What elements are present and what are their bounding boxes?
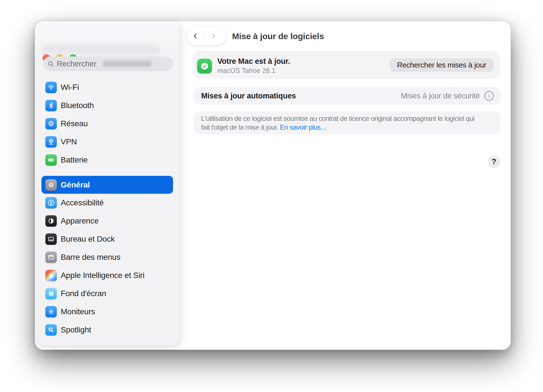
automatic-updates-label: Mises à jour automatiques (201, 92, 296, 100)
chevron-right-icon (210, 32, 217, 40)
apple-intelligence-icon (45, 270, 57, 281)
nav-pill (187, 26, 226, 45)
sidebar-item-wifi[interactable]: Wi-Fi (35, 78, 180, 96)
forward-button[interactable] (205, 26, 222, 45)
back-button[interactable] (187, 26, 204, 45)
sidebar-item-vpn[interactable]: VPN (35, 133, 180, 151)
battery-icon (45, 154, 57, 166)
displays-icon (45, 306, 57, 317)
globe-icon (45, 118, 57, 129)
sidebar-item-apple-intelligence-siri[interactable]: Apple Intelligence et Siri (35, 266, 180, 284)
sidebar-item-menu-bar[interactable]: Barre des menus (35, 248, 180, 266)
wifi-icon (45, 82, 57, 93)
update-status-card: Votre Mac est à jour. macOS Tahoe 26.1 R… (194, 51, 500, 79)
vpn-globe-icon (45, 136, 57, 147)
menu-bar-icon (45, 252, 57, 263)
sidebar-item-label: Apple Intelligence et Siri (61, 271, 144, 280)
sidebar-item-appearance[interactable]: Apparence (35, 212, 180, 230)
sidebar-item-label: Fond d'écran (61, 289, 106, 298)
bluetooth-icon (45, 100, 57, 111)
appearance-icon (45, 215, 57, 227)
sidebar-item-label: Accessibilité (61, 198, 104, 207)
automatic-updates-value: Mises à jour de sécurité (401, 92, 480, 100)
check-updates-button[interactable]: Rechercher les mises à jour (390, 58, 494, 72)
sidebar-item-bluetooth[interactable]: Bluetooth (35, 96, 180, 115)
sidebar: Wi-Fi Bluetooth Réseau (35, 21, 180, 345)
info-icon[interactable]: i (484, 90, 494, 101)
sidebar-item-wallpaper[interactable]: Fond d'écran (35, 284, 180, 303)
wallpaper-icon (45, 288, 57, 299)
learn-more-link[interactable]: En savoir plus… (280, 123, 327, 131)
sidebar-item-label: Wi-Fi (61, 83, 79, 92)
license-text-line2: fait l'objet de la mise à jour. (201, 123, 278, 131)
sidebar-item-label: Apparence (61, 216, 99, 225)
gear-icon (45, 179, 57, 191)
automatic-updates-row: Mises à jour automatiques Mises à jour d… (194, 87, 500, 105)
desktop-dock-icon (45, 233, 57, 245)
redacted-blur (42, 45, 160, 55)
sidebar-item-general[interactable]: Général (41, 176, 173, 194)
sidebar-item-label: Moniteurs (61, 307, 95, 316)
svg-text:i: i (488, 93, 490, 99)
sidebar-item-displays[interactable]: Moniteurs (35, 303, 180, 321)
main-content: Mise à jour de logiciels Votre Mac est à… (180, 21, 511, 350)
sidebar-item-accessibility[interactable]: Accessibilité (35, 194, 180, 212)
sidebar-item-network[interactable]: Réseau (35, 115, 180, 133)
sidebar-nav: Wi-Fi Bluetooth Réseau (35, 78, 180, 339)
sidebar-item-label: Barre des menus (61, 253, 120, 262)
help-button[interactable]: ? (488, 155, 500, 168)
sidebar-item-label: VPN (61, 137, 77, 146)
sidebar-item-label: Bluetooth (61, 101, 94, 110)
accessibility-icon (45, 197, 57, 208)
macos-version: macOS Tahoe 26.1 (217, 67, 275, 75)
sidebar-item-battery[interactable]: Batterie (35, 151, 180, 169)
sidebar-item-label: Réseau (61, 119, 88, 128)
license-card: L'utilisation de ce logiciel est soumise… (194, 111, 500, 134)
chevron-left-icon (192, 32, 199, 40)
update-status-title: Votre Mac est à jour. (217, 57, 290, 66)
update-check-icon (197, 59, 212, 73)
spotlight-icon (45, 324, 57, 336)
redacted-blur (102, 61, 152, 67)
page-title: Mise à jour de logiciels (232, 31, 324, 41)
search-icon (48, 61, 54, 67)
license-text-line1: L'utilisation de ce logiciel est soumise… (201, 114, 493, 123)
system-settings-window: Wi-Fi Bluetooth Réseau (35, 21, 511, 350)
sidebar-item-label: Général (61, 180, 90, 189)
sidebar-item-label: Batterie (61, 155, 88, 165)
sidebar-item-label: Bureau et Dock (61, 235, 115, 244)
sidebar-item-label: Spotlight (61, 325, 91, 334)
sidebar-item-spotlight[interactable]: Spotlight (35, 321, 180, 339)
sidebar-item-desktop-dock[interactable]: Bureau et Dock (35, 230, 180, 248)
